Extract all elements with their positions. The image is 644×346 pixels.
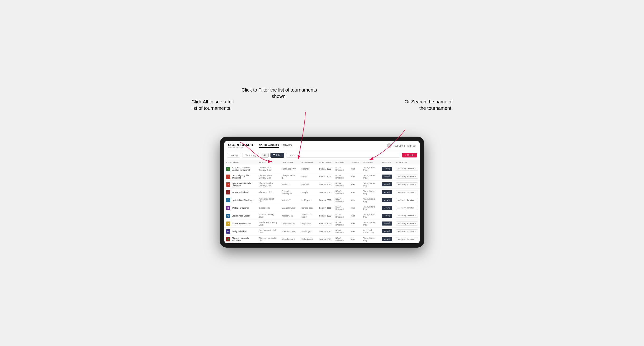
add-to-schedule-button[interactable]: Add to My Schedule + (396, 190, 418, 194)
cell-competing: Add to My Schedule + (394, 220, 420, 227)
table-row: T Temple Invitational The 1912 Club Plym… (224, 188, 420, 196)
tab-competing[interactable]: Competing (242, 153, 259, 158)
cell-division: NCAA Division I (334, 204, 349, 212)
cell-scoring: Team, Stroke Play (362, 180, 380, 188)
add-to-schedule-button[interactable]: Add to My Schedule + (396, 198, 418, 202)
info-icon: ⓘ (388, 230, 390, 233)
annotation-top-left: Click All to see a full list of tourname… (192, 99, 239, 111)
cell-venue: Guyan Golf & Country Club (257, 165, 280, 173)
create-button[interactable]: + Create (402, 153, 417, 158)
view-button[interactable]: View ⓘ (382, 221, 392, 225)
add-to-schedule-button[interactable]: Add to My Schedule + (396, 182, 418, 186)
cell-competing: Add to My Schedule + (394, 235, 420, 243)
cell-start-date: Sep 17, 2023 (317, 204, 334, 212)
add-to-schedule-button[interactable]: Add to My Schedule + (396, 174, 418, 178)
cell-competing: Add to My Schedule + (394, 212, 420, 220)
add-to-schedule-button[interactable]: Add to My Schedule + (396, 221, 418, 225)
logo-sub: Powered by clippd (228, 147, 253, 148)
view-button[interactable]: View ⓘ (382, 182, 392, 186)
sign-out-link[interactable]: Sign out (407, 145, 416, 147)
view-button[interactable]: View ⓘ (382, 190, 392, 194)
cell-hosted-by: Marshall (300, 165, 317, 173)
add-to-schedule-button[interactable]: Add to My Schedule + (396, 206, 418, 210)
cell-city-state: Plymouth Meeting, PA (280, 188, 300, 196)
annotation-bold-all: All (203, 99, 208, 104)
cell-venue: Ravenwood Golf Club (257, 196, 280, 204)
add-to-schedule-button[interactable]: Add to My Schedule + (396, 229, 418, 233)
cell-venue: Jackson Country Club (257, 212, 280, 220)
cell-actions: View ⓘ (380, 220, 394, 227)
add-to-schedule-button[interactable]: Add to My Schedule + (396, 167, 418, 171)
add-to-schedule-button[interactable]: Add to My Schedule + (396, 214, 418, 218)
cell-division: NCAA Division I (334, 212, 349, 220)
cell-scoring: Team, Stroke Play (362, 235, 380, 243)
tournaments-table: EVENT NAME VENUE CITY, STATE HOSTED BY S… (224, 160, 420, 243)
cell-scoring: Team, Stroke Play (362, 165, 380, 173)
add-to-schedule-button[interactable]: Add to My Schedule + (396, 237, 418, 241)
cell-division: NCAA Division I (334, 196, 349, 204)
cell-venue: Shuttle Meadow Country Club (257, 180, 280, 188)
info-icon: ⓘ (388, 222, 390, 225)
event-name-text: OFCC Fighting Illini Invitational (232, 174, 255, 179)
info-icon: ⓘ (388, 238, 390, 240)
filter-label: Filter (276, 154, 282, 157)
cell-hosted-by: Tennessee-Martin (300, 212, 317, 220)
table-row: W Husky Individual Gold Mountain Golf Cl… (224, 227, 420, 235)
cell-city-state: Jackson, TN (280, 212, 300, 220)
cell-event-name: G Grover Page Classic (224, 212, 257, 220)
table-row: 🌿 2023 Joe Feaganes Marshall Invitationa… (224, 165, 420, 173)
table-row: 🌲 Chicago Highlands Invitational Chicago… (224, 235, 420, 243)
view-button[interactable]: View ⓘ (382, 206, 392, 210)
nav-tournaments[interactable]: TOURNAMENTS (259, 144, 279, 148)
cell-event-name: T Temple Invitational (224, 188, 257, 196)
main-nav: TOURNAMENTS TEAMS (259, 144, 381, 148)
cell-hosted-by: Washington (300, 227, 317, 235)
cell-venue: The 1912 Club (257, 188, 280, 196)
cell-hosted-by: Valparaiso (300, 220, 317, 227)
col-division: DIVISION (334, 160, 349, 165)
cell-competing: Add to My Schedule + (394, 180, 420, 188)
cell-scoring: Team, Stroke Play (362, 188, 380, 196)
tab-all[interactable]: All (261, 153, 268, 158)
view-button[interactable]: View ⓘ (382, 198, 392, 202)
nav-teams[interactable]: TEAMS (283, 144, 292, 148)
cell-event-name: F Ryan T. Lee Memorial Collegiate (224, 180, 257, 188)
header-right: U Test User | Sign out (387, 143, 416, 148)
user-avatar: U (387, 143, 392, 148)
view-button[interactable]: View ⓘ (382, 237, 392, 241)
cell-city-state: Manhattan, KS (280, 204, 300, 212)
view-button[interactable]: View ⓘ (382, 167, 392, 171)
cell-division: NCAA Division I (334, 165, 349, 173)
cell-actions: View ⓘ (380, 212, 394, 220)
view-button[interactable]: View ⓘ (382, 174, 392, 178)
table-row: I OFCC Fighting Illini Invitational Olym… (224, 173, 420, 180)
tablet-screen: SCOREBOARD Powered by clippd TOURNAMENTS… (224, 141, 420, 243)
cell-venue: Olympia Fields Country Club (257, 173, 280, 180)
cell-actions: View ⓘ (380, 165, 394, 173)
event-name-text: Valpo Fall Invitational (232, 222, 251, 225)
cell-scoring: Team, Stroke Play (362, 204, 380, 212)
view-button[interactable]: View ⓘ (382, 214, 392, 218)
search-input[interactable] (286, 153, 400, 158)
cell-city-state: Olympia Fields, IL (280, 173, 300, 180)
cell-start-date: Sep 11, 2023 (317, 165, 334, 173)
cell-gender: Men (349, 165, 362, 173)
cell-gender: Men (349, 220, 362, 227)
cell-city-state: Victor, NY (280, 196, 300, 204)
cell-event-name: I OFCC Fighting Illini Invitational (224, 173, 257, 180)
cell-venue: Chicago Highlands Club (257, 235, 280, 243)
cell-actions: View ⓘ (380, 173, 394, 180)
cell-hosted-by: Wake Forest (300, 235, 317, 243)
info-icon: ⓘ (388, 206, 390, 209)
view-button[interactable]: View ⓘ (382, 229, 392, 233)
cell-hosted-by: Kansas State (300, 204, 317, 212)
cell-event-name: K Wildcat Invitational (224, 204, 257, 212)
cell-gender: Men (349, 204, 362, 212)
table-row: G Grover Page Classic Jackson Country Cl… (224, 212, 420, 220)
cell-venue: Gold Mountain Golf Club (257, 227, 280, 235)
cell-actions: View ⓘ (380, 204, 394, 212)
cell-division: NCAA Division I (334, 235, 349, 243)
tab-hosting[interactable]: Hosting (227, 153, 240, 158)
cell-competing: Add to My Schedule + (394, 188, 420, 196)
filter-button[interactable]: ☰ Filter (270, 153, 284, 158)
